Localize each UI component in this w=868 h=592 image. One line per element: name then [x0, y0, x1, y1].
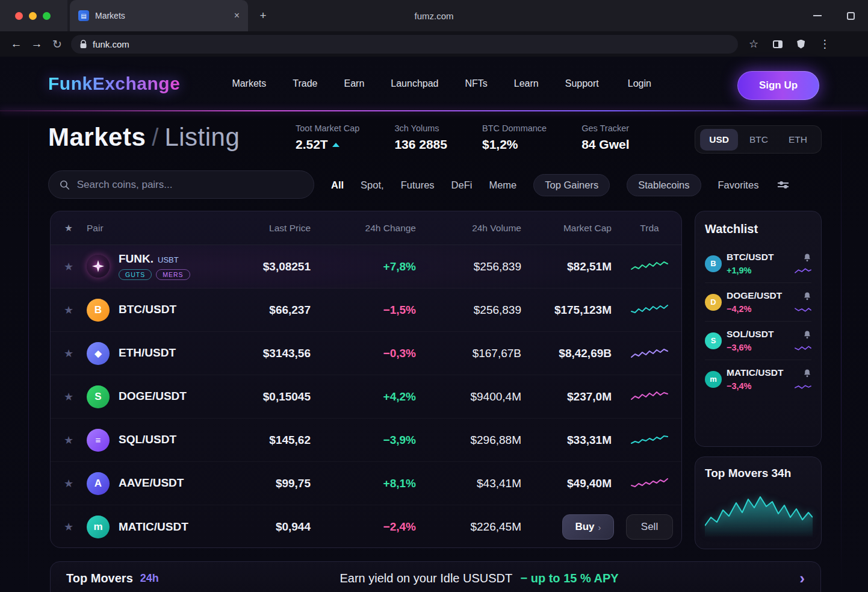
browser-window: ▤ Markets × + fumz.com ← → ↻ funk.com ☆ … [0, 0, 868, 592]
browser-tab[interactable]: ▤ Markets × [70, 0, 248, 31]
page-title-separator: / [152, 124, 158, 151]
search-box[interactable] [48, 170, 314, 199]
window-maximize-icon[interactable] [847, 12, 855, 20]
favorite-star-icon[interactable]: ★ [51, 390, 87, 403]
nav-nfts[interactable]: NFTs [465, 78, 487, 89]
header-star-icon[interactable]: ★ [51, 223, 87, 234]
doge-coin-icon: S [87, 385, 110, 408]
nav-trade[interactable]: Trade [293, 78, 317, 89]
funk-coin-icon [87, 255, 110, 278]
watchlist-item[interactable]: m MATIC/USDT −3,4% [705, 360, 811, 398]
table-header-row: ★ Pair Last Price 24h Change 24h Volume … [51, 211, 681, 245]
table-row[interactable]: ★ ◆ ETH/USDT $3143,56 −0,3% $167,67B $8,… [51, 332, 681, 375]
filter-favorites[interactable]: Favorites [718, 179, 759, 191]
favorite-star-icon[interactable]: ★ [51, 260, 87, 273]
favorite-star-icon[interactable]: ★ [51, 304, 87, 317]
col-24h-volume: 24h Volume [421, 223, 526, 234]
sql-coin-icon: ≡ [87, 429, 110, 452]
sell-button[interactable]: Sell [626, 514, 673, 540]
filter-sliders-icon[interactable] [778, 182, 789, 187]
favorite-star-icon[interactable]: ★ [51, 347, 87, 360]
market-stats: Toot Market Cap 2.52T 3ch Yolums 136 288… [296, 123, 630, 152]
tab-favicon-icon: ▤ [78, 10, 89, 21]
bell-icon[interactable] [803, 253, 811, 263]
matic-coin-icon: m [705, 371, 722, 388]
filter-stablecoins[interactable]: Stablecoins [627, 174, 701, 196]
promo-text: Earn yield on your Idle USUSDT − up to 1… [159, 572, 800, 585]
logo[interactable]: FunkExchange [48, 73, 180, 94]
tab-close-icon[interactable]: × [234, 10, 240, 21]
bottom-bar-title: Top Movers [66, 572, 133, 585]
top-movers-card: Top Movers 34h [695, 456, 822, 549]
watchlist-item[interactable]: D DOGE/USDT −4,2% [705, 283, 811, 322]
login-link[interactable]: Login [628, 78, 651, 89]
currency-eth[interactable]: ETH [780, 129, 816, 151]
last-price: $145,62 [231, 434, 315, 447]
side-panel-icon[interactable] [773, 40, 783, 48]
filter-meme[interactable]: Meme [489, 179, 516, 191]
watchlist-item[interactable]: S SOL/USDT −3,6% [705, 322, 811, 360]
nav-support[interactable]: Support [565, 78, 599, 89]
bottom-bar[interactable]: Top Movers 24h Earn yield on your Idle U… [50, 561, 821, 592]
market-cap: $8,42,69B [526, 347, 616, 360]
bell-icon[interactable] [803, 369, 811, 378]
sparkline [616, 303, 682, 317]
pair-badge: GUTS [119, 269, 152, 280]
change-24h: −0,3% [315, 347, 421, 360]
back-button[interactable]: ← [6, 37, 26, 51]
table-row[interactable]: ★ FUNK.USBT GUTS MERS $3,08251 +7, [51, 245, 681, 288]
table-row[interactable]: ★ A AAVE/USDT $99,75 +8,1% $43,41M $49,4… [51, 462, 681, 505]
table-row[interactable]: ★ ≡ SQL/USDT $145,62 −3,9% $296,88M $33,… [51, 419, 681, 462]
bell-icon[interactable] [803, 330, 811, 340]
bookmark-star-icon[interactable]: ☆ [749, 37, 758, 51]
volume-24h: $226,45M [421, 520, 526, 534]
nav-earn[interactable]: Earn [344, 78, 365, 89]
table-row[interactable]: ★ S DOGE/USDT $0,15045 +4,2% $9400,4M $2… [51, 375, 681, 419]
nav-learn[interactable]: Learn [514, 78, 539, 89]
zoom-window-button[interactable] [43, 12, 51, 20]
last-price: $0,15045 [231, 390, 315, 403]
watchlist-card: Watchlist B BTC/USDT +1,9% D DOGE/USDT −… [695, 211, 822, 447]
browser-menu-icon[interactable]: ⋮ [819, 37, 830, 51]
table-row[interactable]: ★ m MATIC/USDT $0,944 −2,4% $226,45M Buy… [51, 505, 681, 548]
search-input[interactable] [77, 179, 303, 191]
bell-icon[interactable] [803, 291, 811, 301]
filter-futures[interactable]: Futures [401, 179, 435, 191]
window-minimize-icon[interactable] [813, 15, 822, 16]
favorite-star-icon[interactable]: ★ [51, 477, 87, 490]
eth-coin-icon: ◆ [87, 342, 110, 365]
forward-button[interactable]: → [26, 37, 47, 51]
address-bar[interactable]: funk.com [71, 35, 738, 54]
buy-button[interactable]: Buy› [562, 514, 614, 540]
mini-sparkline [795, 267, 811, 275]
nav-launchpad[interactable]: Launchpad [391, 78, 438, 89]
favorite-star-icon[interactable]: ★ [51, 520, 87, 534]
filter-all[interactable]: All [331, 179, 344, 191]
btc-coin-icon: B [87, 299, 110, 322]
nav-markets[interactable]: Markets [232, 78, 266, 89]
new-tab-button[interactable]: + [255, 8, 271, 23]
filter-top-gainers[interactable]: Top Gainers [533, 174, 610, 196]
filter-spot[interactable]: Spot, [361, 179, 384, 191]
currency-usd[interactable]: USD [700, 129, 738, 151]
stat-gas-tracker: Ges Tracker 84 Gwel [581, 123, 629, 152]
close-window-button[interactable] [15, 12, 23, 20]
currency-toggle: USD BTC ETH [695, 125, 822, 154]
filter-defi[interactable]: DeFi [451, 179, 473, 191]
signup-button[interactable]: Sign Up [737, 71, 819, 100]
reload-button[interactable]: ↻ [47, 37, 67, 51]
col-pair: Pair [87, 223, 231, 234]
shield-icon[interactable] [797, 40, 805, 49]
last-price: $0,944 [231, 520, 315, 534]
col-last-price: Last Price [231, 223, 315, 234]
sol-coin-icon: S [705, 332, 722, 349]
minimize-window-button[interactable] [29, 12, 37, 20]
table-row[interactable]: ★ B BTC/USDT $66,237 −1,5% $256,839 $175… [51, 288, 681, 332]
btc-coin-icon: B [705, 255, 722, 272]
bottom-bar-period[interactable]: 24h [140, 572, 159, 585]
change-24h: −3,9% [315, 434, 421, 447]
favorite-star-icon[interactable]: ★ [51, 434, 87, 447]
currency-btc[interactable]: BTC [740, 129, 777, 151]
watchlist-item[interactable]: B BTC/USDT +1,9% [705, 245, 811, 283]
promo-chevron-icon[interactable]: › [799, 569, 805, 588]
